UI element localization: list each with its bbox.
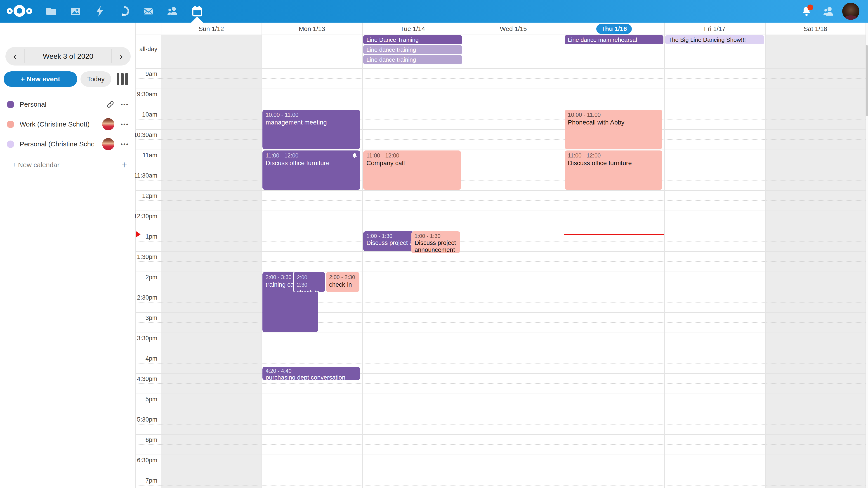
- calendar-menu-icon[interactable]: •••: [121, 121, 129, 128]
- grid-row: [135, 292, 866, 312]
- view-switcher-week-icon[interactable]: [117, 73, 128, 85]
- week-switcher: ‹ Week 3 of 2020 ›: [5, 47, 131, 66]
- new-calendar-row[interactable]: + New calendar +: [0, 156, 135, 174]
- now-indicator-arrow: [135, 231, 141, 238]
- grid-row: [135, 414, 866, 434]
- calendar-name: Work (Christine Schott): [20, 121, 90, 128]
- day-header-wed: Wed 1/15: [463, 23, 564, 35]
- logo-circle: [26, 8, 32, 14]
- grid-row: [135, 353, 866, 373]
- all-day-event[interactable]: The Big Line Dancing Show!!!: [665, 35, 764, 44]
- calendar-item-personal-christine[interactable]: Personal (Christine Scho…) •••: [0, 135, 135, 153]
- day-header-sat: Sat 1/18: [765, 23, 866, 35]
- calendar-color-dot[interactable]: [7, 121, 14, 128]
- event-phonecall-with-abby[interactable]: 10:00 - 11:00 Phonecall with Abby: [565, 110, 662, 149]
- column-border: [463, 23, 463, 488]
- grid-row: [135, 271, 866, 292]
- new-event-button[interactable]: + New event: [4, 71, 77, 87]
- talk-icon[interactable]: [119, 5, 130, 17]
- grid-row: [135, 312, 866, 332]
- grid-row: [135, 190, 866, 210]
- grid-row: [135, 129, 866, 150]
- notifications-bell-icon[interactable]: [801, 5, 812, 17]
- contacts-menu-icon[interactable]: [823, 5, 835, 17]
- column-border: [161, 23, 161, 488]
- grid-row: [135, 210, 866, 231]
- calendar-item-work-christine[interactable]: Work (Christine Schott) •••: [0, 115, 135, 133]
- nextcloud-logo[interactable]: [7, 4, 32, 19]
- event-discuss-office-furniture-thu[interactable]: 11:00 - 12:00 Discuss office furniture: [565, 151, 662, 190]
- grid-row: [135, 373, 866, 394]
- files-icon[interactable]: [45, 5, 57, 17]
- contacts-icon[interactable]: [167, 5, 179, 17]
- day-header-mon: Mon 1/13: [261, 23, 362, 35]
- calendar-item-personal[interactable]: Personal •••: [0, 95, 135, 113]
- event-check-in-purple[interactable]: 2:00 - 2:30 check-in: [293, 271, 326, 292]
- activity-icon[interactable]: [94, 5, 106, 17]
- calendar-name: Personal: [20, 101, 46, 108]
- event-management-meeting[interactable]: 10:00 - 11:00 management meeting: [262, 110, 360, 149]
- event-purchasing-dept-conversation[interactable]: 4:20 - 4:40 purchasing dept conversation: [262, 367, 360, 380]
- reminder-bell-icon: [351, 153, 358, 159]
- calendar-color-dot[interactable]: [7, 101, 14, 108]
- calendar-color-dot[interactable]: [7, 140, 14, 148]
- grid-row: [135, 455, 866, 475]
- grid-row: [135, 332, 866, 353]
- grid-row: [135, 251, 866, 271]
- app-window: ‹ Week 3 of 2020 › + New event Today Per…: [0, 0, 868, 488]
- previous-week-button[interactable]: ‹: [5, 47, 24, 66]
- header-divider: [135, 35, 866, 35]
- logo-circle: [13, 5, 25, 17]
- new-calendar-label[interactable]: + New calendar: [12, 161, 59, 169]
- day-header-tue: Tue 1/14: [362, 23, 463, 35]
- all-day-event-declined[interactable]: Line dance training: [363, 45, 462, 54]
- all-day-event[interactable]: Line dance main rehearsal: [565, 35, 663, 44]
- all-day-event-declined[interactable]: Line dance training: [363, 55, 462, 64]
- user-avatar[interactable]: [842, 3, 860, 20]
- grid-row: [135, 68, 866, 89]
- photos-icon[interactable]: [70, 5, 81, 17]
- event-company-call[interactable]: 11:00 - 12:00 Company call: [363, 151, 461, 190]
- active-app-notch: [191, 17, 203, 23]
- grid-row: [135, 231, 866, 251]
- today-pill: Thu 1/16: [596, 24, 632, 34]
- event-check-in-pink[interactable]: 2:00 - 2:30 check-in: [326, 272, 360, 292]
- top-bar: [0, 0, 868, 23]
- logo-circle: [7, 8, 13, 14]
- column-border: [765, 23, 766, 488]
- event-discuss-project-announcement-pink[interactable]: 1:00 - 1:30 Discuss project announcement: [411, 231, 460, 253]
- day-header-sun: Sun 1/12: [161, 23, 261, 35]
- shared-by-avatar: [102, 138, 114, 150]
- calendar-name: Personal (Christine Scho…): [20, 140, 94, 148]
- calendar-menu-icon[interactable]: •••: [121, 101, 129, 108]
- scrollbar-thumb[interactable]: [866, 45, 868, 116]
- now-indicator-line: [564, 234, 664, 235]
- mail-icon[interactable]: [143, 5, 154, 17]
- column-border: [261, 23, 262, 488]
- column-border: [564, 23, 564, 488]
- all-day-event[interactable]: Line Dance Training: [363, 35, 462, 44]
- notification-dot: [807, 4, 813, 10]
- calendar-menu-icon[interactable]: •••: [121, 141, 129, 148]
- shared-by-avatar: [102, 118, 114, 130]
- grid-row: [135, 170, 866, 190]
- column-border: [664, 23, 665, 488]
- calendar-icon[interactable]: [191, 5, 203, 17]
- grid-row: [135, 150, 866, 170]
- event-discuss-project-announcement-purple[interactable]: 1:00 - 1:30 Discuss project ann: [363, 231, 414, 251]
- plus-icon[interactable]: +: [121, 159, 127, 170]
- next-week-button[interactable]: ›: [112, 47, 131, 66]
- today-button[interactable]: Today: [81, 71, 111, 87]
- grid-row: [135, 394, 866, 414]
- column-border: [362, 23, 363, 488]
- grid-row: [135, 475, 866, 488]
- grid-row: [135, 434, 866, 455]
- grid-row: [135, 89, 866, 109]
- event-discuss-office-furniture[interactable]: 11:00 - 12:00 Discuss office furniture: [262, 151, 360, 190]
- grid-row: [135, 109, 866, 129]
- sidebar: ‹ Week 3 of 2020 › + New event Today Per…: [0, 23, 135, 488]
- share-link-icon[interactable]: [106, 100, 114, 108]
- day-header-fri: Fri 1/17: [664, 23, 765, 35]
- week-label[interactable]: Week 3 of 2020: [25, 52, 111, 61]
- day-header-thu-today: Thu 1/16: [564, 23, 664, 35]
